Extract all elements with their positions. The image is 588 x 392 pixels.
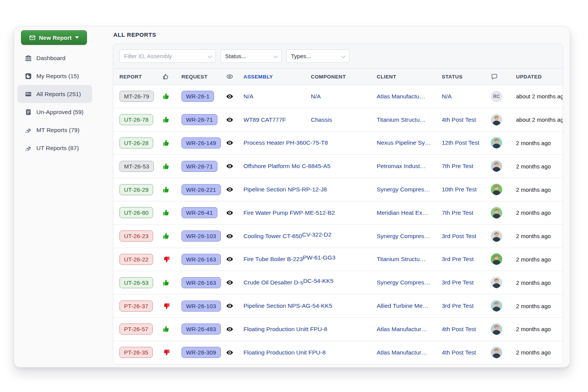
- vote-thumb-button[interactable]: [162, 92, 181, 100]
- sidebar-item-dashboard[interactable]: Dashboard: [17, 49, 92, 67]
- avatar: [491, 300, 502, 312]
- updated-cell: 2 months ago: [516, 209, 557, 216]
- eye-icon[interactable]: [226, 325, 243, 333]
- updated-cell: 2 months ago: [516, 256, 557, 263]
- sidebar-item-my-reports[interactable]: My Reports (15): [17, 67, 92, 85]
- eye-icon[interactable]: [226, 186, 243, 193]
- vote-thumb-button[interactable]: [162, 279, 181, 287]
- report-id-badge[interactable]: UT-26-80: [119, 207, 153, 218]
- column-header-report[interactable]: REPORT: [119, 74, 162, 80]
- assembly-cell: Cooling Tower CT-650CV-322-D2: [243, 233, 311, 240]
- request-id-badge[interactable]: WR-26-103: [181, 301, 221, 312]
- column-header-assembly[interactable]: ASSEMBLY: [243, 74, 311, 80]
- eye-icon[interactable]: [226, 302, 243, 310]
- report-id-badge[interactable]: UT-26-22: [119, 254, 153, 265]
- eye-icon[interactable]: [226, 139, 243, 147]
- main-content: ALL REPORTS Status... Types... R: [99, 26, 563, 367]
- sidebar-item-mt-reports[interactable]: MT Reports (79): [17, 121, 92, 139]
- request-id-badge[interactable]: WR-26-221: [181, 184, 221, 195]
- vote-thumb-button[interactable]: [162, 116, 181, 124]
- vote-thumb-button[interactable]: [162, 302, 181, 310]
- eye-icon[interactable]: [226, 73, 234, 80]
- vote-thumb-button[interactable]: [162, 232, 181, 240]
- column-header-status[interactable]: STATUS: [442, 74, 491, 80]
- status-cell: 4th Post Test: [442, 349, 491, 356]
- updated-cell: 2 months ago: [516, 279, 557, 286]
- vote-thumb-button[interactable]: [162, 186, 181, 194]
- eye-icon[interactable]: [226, 162, 243, 170]
- report-id-badge[interactable]: UT-26-23: [119, 230, 153, 242]
- column-header-component[interactable]: COMPONENT: [311, 74, 377, 80]
- column-header-client[interactable]: CLIENT: [377, 74, 442, 80]
- column-header-updated[interactable]: UPDATED: [516, 74, 557, 80]
- report-id-badge[interactable]: PT-26-37: [119, 301, 153, 312]
- request-id-badge[interactable]: WR-26-103: [181, 230, 221, 242]
- request-id-badge[interactable]: WR-26-1: [181, 91, 214, 102]
- request-id-badge[interactable]: WR-26-309: [181, 347, 221, 358]
- avatar-photo: [491, 184, 502, 195]
- request-id-badge[interactable]: WR-26-41: [181, 207, 217, 218]
- caret-down-icon: [75, 36, 79, 39]
- sidebar-item-ut-reports[interactable]: UT Reports (87): [17, 139, 92, 157]
- status-cell: 3rd Pre Test: [442, 302, 491, 309]
- table-row: UT-26-28 WR-26-149: [113, 131, 563, 155]
- client-cell: Titanium Structu…: [377, 256, 442, 263]
- request-id-badge[interactable]: WR-26-71: [181, 161, 217, 172]
- avatar: [491, 207, 502, 219]
- bank-icon: [24, 54, 32, 62]
- request-id-badge[interactable]: WR-26-71: [181, 114, 217, 125]
- status-cell: 12th Post Test: [442, 139, 491, 146]
- report-id-badge[interactable]: MT-26-53: [119, 161, 154, 172]
- card-stack-icon: [24, 90, 32, 98]
- vote-thumb-button[interactable]: [162, 325, 181, 333]
- report-id-badge[interactable]: PT-26-57: [119, 323, 153, 335]
- sidebar-item-un-approved[interactable]: Un-Approved (59): [17, 103, 92, 121]
- eye-icon[interactable]: [226, 93, 243, 100]
- request-id-badge[interactable]: WR-26-163: [181, 254, 221, 265]
- avatar-initials: RC: [493, 94, 500, 99]
- column-header-request[interactable]: REQUEST: [181, 74, 226, 80]
- avatar: [491, 253, 502, 265]
- report-id-badge[interactable]: MT-26-79: [119, 91, 154, 102]
- report-id-badge[interactable]: UT-26-29: [119, 184, 153, 195]
- eye-icon[interactable]: [226, 116, 243, 124]
- eye-icon[interactable]: [226, 232, 243, 240]
- new-report-button[interactable]: New Report: [21, 30, 87, 45]
- request-id-badge[interactable]: WR-26-483: [181, 323, 221, 335]
- report-id-badge[interactable]: UT-26-53: [119, 277, 153, 288]
- sidebar-item-all-reports[interactable]: All Reports (251): [17, 85, 92, 103]
- table-row: MT-26-79 WR-26-1: [113, 85, 563, 108]
- eye-icon[interactable]: [226, 209, 243, 217]
- report-id-badge[interactable]: PT-26-35: [119, 347, 153, 358]
- comment-icon[interactable]: [491, 73, 498, 80]
- client-cell: Synergy Compres…: [377, 233, 442, 240]
- types-select[interactable]: Types...: [286, 49, 350, 63]
- status-cell: 7th Pre Test: [442, 163, 491, 170]
- table-row: UT-26-22 WR-26-163: [113, 248, 563, 271]
- thumbs-up-icon[interactable]: [162, 73, 170, 80]
- request-id-badge[interactable]: WR-26-149: [181, 137, 221, 149]
- eye-icon[interactable]: [226, 279, 243, 286]
- vote-thumb-button[interactable]: [162, 348, 181, 356]
- vote-thumb-button[interactable]: [162, 255, 181, 263]
- updated-cell: 2 months ago: [516, 163, 557, 170]
- filter-search-input[interactable]: [119, 49, 216, 63]
- swoosh-icon: [24, 126, 32, 134]
- report-id-badge[interactable]: UT-26-28: [119, 137, 153, 149]
- swoosh-icon: [24, 144, 32, 152]
- assembly-cell: N/A: [243, 93, 311, 100]
- vote-thumb-button[interactable]: [162, 162, 181, 170]
- status-select[interactable]: Status...: [220, 49, 282, 63]
- document-lines-icon: [24, 108, 32, 116]
- client-cell: Atlas Manufactur…: [377, 349, 442, 356]
- pie-square-icon: [24, 72, 32, 80]
- request-id-badge[interactable]: WR-26-163: [181, 277, 221, 288]
- vote-thumb-button[interactable]: [162, 139, 181, 147]
- eye-icon[interactable]: [226, 349, 243, 356]
- report-id-badge[interactable]: UT-26-78: [119, 114, 153, 125]
- page-title: ALL REPORTS: [113, 31, 563, 38]
- eye-icon[interactable]: [226, 255, 243, 263]
- vote-thumb-button[interactable]: [162, 209, 181, 217]
- reports-card: Status... Types... REPORT REQUEST: [113, 44, 563, 364]
- table-row: PT-26-57 WR-26-483: [113, 317, 563, 341]
